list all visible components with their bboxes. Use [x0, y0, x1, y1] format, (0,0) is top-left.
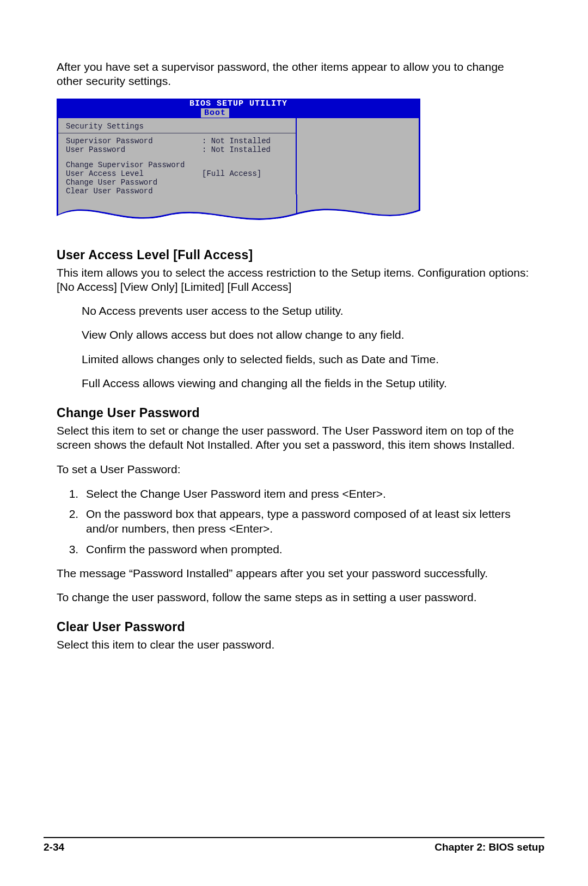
label: User Access Level [66, 169, 202, 178]
chapter-label: Chapter 2: BIOS setup [434, 841, 544, 853]
bios-screenshot: BIOS SETUP UTILITY Boot Security Setting… [57, 99, 420, 233]
label: Change User Password [66, 178, 202, 187]
label: Supervisor Password [66, 137, 202, 145]
cup-step-2: On the password box that appears, type a… [82, 506, 531, 536]
page-footer: 2-34 Chapter 2: BIOS setup [44, 837, 544, 853]
label: User Password [66, 145, 202, 154]
bios-panel-heading: Security Settings [66, 123, 290, 131]
cup-p1: Select this item to set or change the us… [57, 424, 531, 453]
heading-change-user-password: Change User Password [57, 406, 531, 420]
cup-p2: To set a User Password: [57, 462, 531, 476]
ual-description: This item allows you to select the acces… [57, 266, 531, 295]
bios-tab-row: Boot [57, 108, 420, 118]
page-number: 2-34 [44, 841, 64, 853]
heading-user-access-level: User Access Level [Full Access] [57, 248, 531, 262]
bios-item-user-access-level: User Access Level [Full Access] [66, 169, 290, 178]
bios-status-supervisor: Supervisor Password : Not Installed [66, 137, 290, 145]
cup-steps: Select the Change User Password item and… [57, 486, 531, 557]
cup-p3: The message “Password Installed” appears… [57, 566, 531, 581]
bios-torn-edge [57, 194, 420, 233]
manual-page: After you have set a supervisor password… [0, 0, 588, 886]
value: : Not Installed [202, 145, 271, 154]
bios-active-tab: Boot [201, 108, 229, 118]
intro-paragraph: After you have set a supervisor password… [57, 60, 531, 89]
label: Change Supervisor Password [66, 161, 202, 169]
bios-status-user: User Password : Not Installed [66, 145, 290, 154]
bios-divider [58, 133, 296, 133]
footer-rule [44, 837, 544, 838]
clr-p1: Select this item to clear the user passw… [57, 638, 531, 652]
value: [Full Access] [202, 169, 261, 178]
value: : Not Installed [202, 137, 271, 145]
ual-view-only: View Only allows access but does not all… [82, 328, 531, 342]
ual-no-access: No Access prevents user access to the Se… [82, 304, 531, 318]
heading-clear-user-password: Clear User Password [57, 620, 531, 634]
cup-p4: To change the user password, follow the … [57, 590, 531, 604]
ual-limited: Limited allows changes only to selected … [82, 352, 531, 366]
bios-item-change-supervisor: Change Supervisor Password [66, 161, 290, 169]
cup-step-1: Select the Change User Password item and… [82, 486, 531, 501]
bios-item-change-user-pw: Change User Password [66, 178, 290, 187]
cup-step-3: Confirm the password when prompted. [82, 542, 531, 557]
ual-full-access: Full Access allows viewing and changing … [82, 376, 531, 390]
bios-title: BIOS SETUP UTILITY [57, 99, 420, 108]
